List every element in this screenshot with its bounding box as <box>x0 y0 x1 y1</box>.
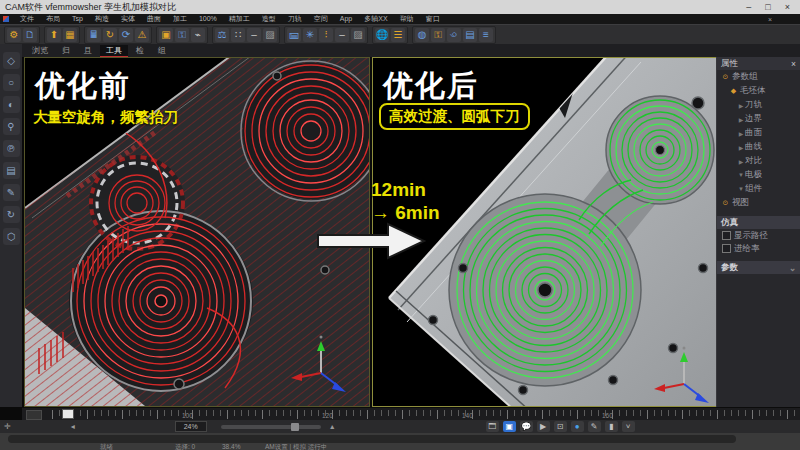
close-button[interactable]: × <box>785 2 790 12</box>
checkbox[interactable] <box>722 244 731 253</box>
menu-item[interactable]: Tsp <box>66 15 89 22</box>
playback-icon[interactable]: ▮ <box>605 421 618 432</box>
toolbar-button-icon[interactable]: ▣ <box>159 28 173 42</box>
toolbar-button-icon[interactable]: ▤ <box>463 28 477 42</box>
slider-handle[interactable] <box>291 423 299 431</box>
toolbar-button-icon[interactable]: 🖩 <box>87 28 101 42</box>
expander-expanded-icon[interactable]: ▼ <box>737 186 745 192</box>
toolbar-button-icon[interactable]: ꩜ <box>447 28 461 42</box>
playback-icon[interactable]: ▶ <box>537 421 550 432</box>
toolbar-button-icon[interactable]: ∷ <box>231 28 245 42</box>
toolbar-button-icon[interactable]: ✳ <box>303 28 317 42</box>
toolbar-button-icon[interactable]: 🌐 <box>375 28 389 42</box>
toolbar-button-icon[interactable]: 🗋 <box>23 28 37 42</box>
toolbar-button-icon[interactable]: ⁝ <box>319 28 333 42</box>
side-tool-icon[interactable]: ▤ <box>3 162 20 179</box>
toolbar-button-icon[interactable]: ‒ <box>335 28 349 42</box>
playback-icon[interactable]: ˅ <box>622 421 635 432</box>
tree-node[interactable]: ⊙参数组 <box>717 70 800 84</box>
chevron-down-icon[interactable]: ⌄ <box>789 263 796 273</box>
playback-icon[interactable]: ⊡ <box>554 421 567 432</box>
tree-node[interactable]: ▶刀轨 <box>717 98 800 112</box>
tree-node[interactable]: ▶曲线 <box>717 140 800 154</box>
tree-node[interactable]: ▼电极 <box>717 168 800 182</box>
node-icon[interactable]: ⊙ <box>721 73 730 81</box>
toolbar-button-icon[interactable]: 🖴 <box>287 28 301 42</box>
expander-collapsed-icon[interactable]: ▶ <box>737 116 745 123</box>
side-tool-icon[interactable]: ↻ <box>3 206 20 223</box>
menu-item[interactable]: 窗口 <box>420 15 446 22</box>
menu-item[interactable]: 文件 <box>14 15 40 22</box>
view-tab[interactable]: 归 <box>56 45 76 56</box>
maximize-button[interactable]: □ <box>765 2 770 12</box>
side-tool-icon[interactable]: ○ <box>3 74 20 91</box>
menu-item[interactable]: 实体 <box>115 15 141 22</box>
side-tool-icon[interactable]: ⬡ <box>3 228 20 245</box>
menu-item[interactable]: 空间 <box>308 15 334 22</box>
speed-slider[interactable] <box>221 425 321 429</box>
toolbar-button-icon[interactable]: ▦ <box>63 28 77 42</box>
simulation-timeline[interactable]: 100120140160 <box>22 407 800 421</box>
playback-icon[interactable]: ▣ <box>503 421 516 432</box>
playback-icon[interactable]: 💬 <box>520 421 533 432</box>
view-tab[interactable]: 且 <box>78 45 98 56</box>
toolbar-button-icon[interactable]: ⚠ <box>135 28 149 42</box>
timeline-scrubber-handle[interactable] <box>62 409 74 419</box>
menubar-close-icon[interactable]: × <box>768 16 800 23</box>
panel-close-icon[interactable]: × <box>791 59 796 69</box>
toolbar-button-icon[interactable]: ⚿ <box>431 28 445 42</box>
menu-item[interactable]: 刀轨 <box>282 15 308 22</box>
panel-checkbox-row[interactable]: 进给率 <box>717 242 800 255</box>
playback-icon[interactable]: 🗔 <box>486 421 499 432</box>
toolbar-button-icon[interactable]: ▨ <box>263 28 277 42</box>
view-tab[interactable]: 组 <box>152 45 172 56</box>
side-tool-icon[interactable]: ◇ <box>3 52 20 69</box>
tree-node[interactable]: ◆毛坯体 <box>717 84 800 98</box>
toolbar-button-icon[interactable]: ‒ <box>247 28 261 42</box>
step-back-icon[interactable]: ◂ <box>71 422 75 431</box>
tree-node[interactable]: ⊙视图 <box>717 196 800 210</box>
minimize-button[interactable]: – <box>746 2 751 12</box>
node-icon[interactable]: ⊙ <box>721 199 730 207</box>
panel-section-header[interactable]: 仿真 <box>717 216 800 229</box>
speed-value[interactable]: 24% <box>175 421 207 432</box>
speed-up-icon[interactable]: ▲ <box>329 423 336 430</box>
toolbar-button-icon[interactable]: ☰ <box>391 28 405 42</box>
side-tool-icon[interactable]: ⚲ <box>3 118 20 135</box>
expander-collapsed-icon[interactable]: ▶ <box>737 102 745 109</box>
toolbar-button-icon[interactable]: ◍ <box>415 28 429 42</box>
expander-collapsed-icon[interactable]: ▶ <box>737 158 745 165</box>
playback-icon[interactable]: ✎ <box>588 421 601 432</box>
side-tool-icon[interactable]: ℗ <box>3 140 20 157</box>
toolbar-button-icon[interactable]: ▨ <box>351 28 365 42</box>
tree-node[interactable]: ▶边界 <box>717 112 800 126</box>
toolbar-button-icon[interactable]: ↻ <box>103 28 117 42</box>
view-tab[interactable]: 检 <box>130 45 150 56</box>
toolbar-button-icon[interactable]: ⚙ <box>7 28 21 42</box>
toolbar-button-icon[interactable]: ⚿ <box>175 28 189 42</box>
playback-icon[interactable]: ● <box>571 421 584 432</box>
node-icon[interactable]: ◆ <box>729 87 738 95</box>
menu-item[interactable]: App <box>334 15 358 22</box>
expander-collapsed-icon[interactable]: ▶ <box>737 144 745 151</box>
side-tool-icon[interactable]: ◐ <box>3 96 20 113</box>
menu-item[interactable]: 布局 <box>40 15 66 22</box>
toolbar-button-icon[interactable]: ⌁ <box>191 28 205 42</box>
side-tool-icon[interactable]: ✎ <box>3 184 20 201</box>
toolbar-button-icon[interactable]: ⚖ <box>215 28 229 42</box>
menu-item[interactable]: 100% <box>193 15 223 22</box>
tree-node[interactable]: ▼组件 <box>717 182 800 196</box>
panel-section-header[interactable]: 参数⌄ <box>717 261 800 274</box>
checkbox[interactable] <box>722 231 731 240</box>
menu-item[interactable]: 构造 <box>89 15 115 22</box>
expander-collapsed-icon[interactable]: ▶ <box>737 130 745 137</box>
toolbar-button-icon[interactable]: ⟳ <box>119 28 133 42</box>
view-tab[interactable]: 工具 <box>100 45 128 57</box>
menu-item[interactable]: 曲面 <box>141 15 167 22</box>
view-tab[interactable]: 浏览 <box>26 45 54 56</box>
menu-item[interactable]: 精加工 <box>223 15 256 22</box>
menu-item[interactable]: 加工 <box>167 15 193 22</box>
menu-item[interactable]: 多轴XX <box>358 15 393 22</box>
toolbar-button-icon[interactable]: ⬆ <box>47 28 61 42</box>
menu-item[interactable]: 帮助 <box>394 15 420 22</box>
